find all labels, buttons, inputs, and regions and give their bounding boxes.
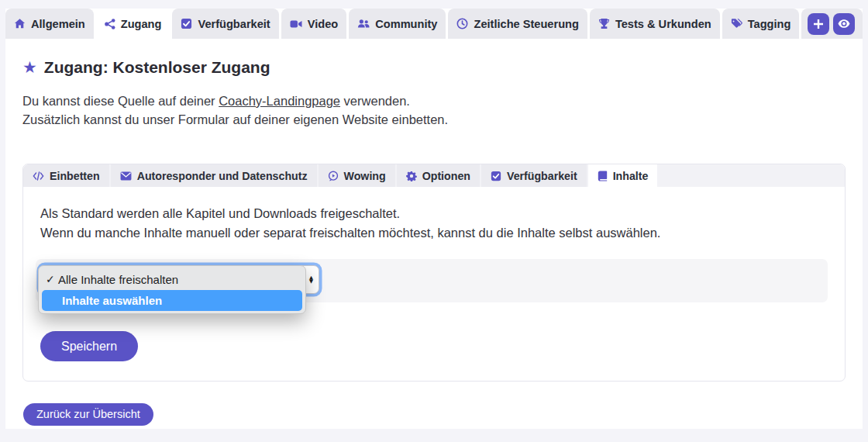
users-icon [357, 18, 370, 29]
add-button[interactable] [808, 13, 829, 35]
content-mode-dropdown-menu: ✓ Alle Inhalte freischalten Inhalte ausw… [38, 265, 306, 314]
tab-allgemein[interactable]: Allgemein [5, 9, 94, 39]
tab-zugang[interactable]: Zugang [96, 9, 170, 39]
dropdown-option-alle-inhalte[interactable]: ✓ Alle Inhalte freischalten [42, 268, 302, 290]
dropdown-option-inhalte-auswaehlen[interactable]: Inhalte auswählen [42, 290, 302, 311]
plus-icon [813, 19, 824, 29]
card-tab-label: Inhalte [613, 170, 649, 182]
share-icon [105, 19, 115, 29]
card-tab-label: Autoresponder und Datenschutz [137, 170, 308, 182]
tab-label: Tagging [748, 18, 791, 30]
card-tab-inhalte[interactable]: Inhalte [588, 164, 658, 187]
tab-verfuegbarkeit[interactable]: Verfügbarkeit [172, 9, 278, 39]
tab-bar-filler [801, 9, 863, 39]
tab-label: Community [375, 18, 437, 30]
header-tab-bar: Allgemein Zugang Verfügbarkeit Video Com… [5, 9, 863, 39]
page-title-text: Zugang: Kostenloser Zugang [44, 58, 270, 77]
card-tab-einbetten[interactable]: Einbetten [23, 164, 109, 187]
selected-check-icon: ✓ [42, 273, 58, 285]
settings-card: Einbetten Autoresponder und Datenschutz … [22, 164, 846, 382]
card-body-line-2: Wenn du manche Inhalte manuell oder sepa… [40, 223, 828, 243]
card-body: Als Standard werden alle Kapitel und Dow… [23, 187, 845, 381]
card-tab-label: Wowing [344, 170, 386, 182]
tab-label: Zugang [121, 18, 162, 30]
card-body-line-1: Als Standard werden alle Kapitel und Dow… [40, 204, 828, 223]
check-square-icon [181, 18, 192, 29]
card-tab-wowing[interactable]: Wowing [319, 164, 395, 187]
card-tab-bar: Einbetten Autoresponder und Datenschutz … [23, 164, 845, 187]
gear-icon [406, 171, 417, 181]
tab-label: Video [308, 18, 338, 30]
intro-text: Du kannst diese Quelle auf deiner Coachy… [22, 92, 846, 129]
tab-label: Tests & Urkunden [615, 18, 711, 30]
tab-label: Verfügbarkeit [198, 18, 270, 30]
home-icon [14, 18, 26, 29]
book-icon [598, 171, 608, 181]
save-button[interactable]: Speichern [40, 331, 138, 361]
tab-tagging[interactable]: Tagging [722, 9, 800, 39]
card-tab-label: Verfügbarkeit [507, 170, 577, 182]
clock-icon [456, 18, 468, 29]
intro-line-1: Du kannst diese Quelle auf deiner Coachy… [22, 92, 846, 110]
card-tab-verfuegbarkeit[interactable]: Verfügbarkeit [481, 164, 587, 187]
page-title: ★ Zugang: Kostenloser Zugang [22, 58, 846, 77]
intro-line-2: Zusätzlich kannst du unser Formular auf … [22, 110, 846, 129]
trophy-icon [598, 18, 610, 29]
main-panel: Allgemein Zugang Verfügbarkeit Video Com… [5, 9, 863, 429]
video-icon [290, 18, 302, 30]
card-tab-optionen[interactable]: Optionen [397, 164, 480, 187]
tab-label: Zeitliche Steuerung [474, 18, 578, 30]
check-square-icon [491, 171, 501, 181]
tab-label: Allgemein [31, 18, 85, 30]
coachy-landingpage-link[interactable]: Coachy-Landingpage [219, 94, 340, 108]
tags-icon [731, 18, 742, 29]
preview-button[interactable] [833, 13, 855, 35]
tab-community[interactable]: Community [349, 9, 446, 39]
eye-icon [838, 19, 850, 29]
card-tab-label: Einbetten [50, 170, 100, 182]
tab-zeitliche-steuerung[interactable]: Zeitliche Steuerung [448, 9, 587, 39]
card-tab-autoresponder[interactable]: Autoresponder und Datenschutz [111, 164, 317, 187]
star-icon: ★ [22, 60, 37, 76]
content-select-row: ▲ ▼ ✓ Alle Inhalte freischalten Inhalte … [36, 259, 828, 302]
code-icon [33, 171, 44, 181]
envelope-icon [120, 171, 132, 181]
wowing-chat-icon [328, 171, 339, 181]
card-tab-label: Optionen [422, 170, 470, 182]
back-to-overview-button[interactable]: Zurück zur Übersicht [23, 403, 153, 426]
tab-video[interactable]: Video [281, 9, 346, 39]
select-stepper-icon: ▲ ▼ [309, 275, 313, 284]
tab-tests-urkunden[interactable]: Tests & Urkunden [590, 9, 720, 39]
